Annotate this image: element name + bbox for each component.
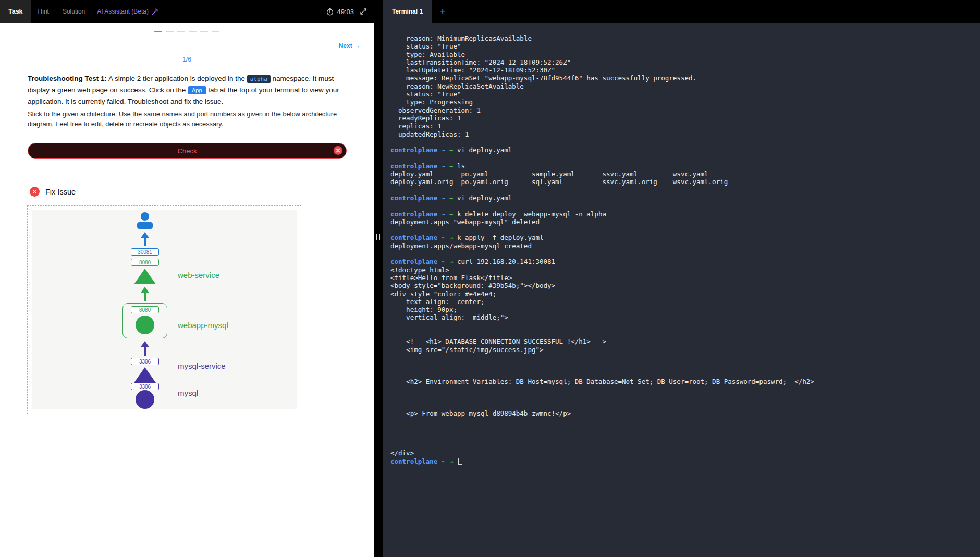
page-indicator: 1/6 [0, 56, 374, 63]
terminal-line: controlplane ~ → k delete deploy webapp-… [390, 210, 973, 218]
terminal-line: type: Progressing [390, 98, 973, 106]
webapp-pod-circle [136, 316, 154, 334]
webapp-port-label: 8080 [131, 306, 159, 313]
arrow-up-green [141, 287, 149, 301]
task-pane-header: Task Hint Solution AI Assistant (Beta) 4… [0, 0, 374, 23]
architecture-diagram: 30081 8080 web-service 8080 webapp-mysql… [32, 210, 297, 409]
mysql-pod-circle [136, 390, 154, 409]
web-service-port-label: 8080 [131, 259, 159, 266]
tab-solution[interactable]: Solution [56, 0, 92, 23]
terminal-line: deployment.apps/webapp-mysql created [390, 242, 973, 250]
terminal-output[interactable]: reason: MinimumReplicasAvailable status:… [383, 23, 980, 557]
terminal-line: updatedReplicas: 1 [390, 130, 973, 138]
terminal-line: vertical-align: middle;"> [390, 313, 973, 321]
session-timer: 49:03 [326, 8, 354, 16]
tab-task-label: Task [8, 8, 23, 15]
progress-dot [200, 31, 208, 32]
terminal-line: controlplane ~ → k apply -f deploy.yaml [390, 234, 973, 241]
next-button[interactable]: Next → [339, 42, 360, 50]
terminal-line: controlplane ~ → [390, 457, 973, 465]
progress-dot [189, 31, 197, 32]
terminal-line: text-align: center; [390, 298, 973, 306]
progress-dot [166, 31, 174, 32]
architecture-diagram-frame: 30081 8080 web-service 8080 webapp-mysql… [27, 205, 301, 414]
terminal-line [390, 426, 973, 433]
tab-terminal-1-label: Terminal 1 [392, 8, 423, 15]
tab-ai-assistant[interactable]: AI Assistant (Beta) [92, 0, 164, 23]
terminal-line: type: Available [390, 51, 973, 58]
terminal-line [390, 226, 973, 234]
terminal-line: <title>Hello from Flask</title> [390, 274, 973, 282]
terminal-line: readyReplicas: 1 [390, 114, 973, 122]
terminal-tab-bar: Terminal 1 + [383, 0, 980, 23]
expand-icon[interactable] [360, 8, 366, 15]
terminal-line: deployment.apps "webapp-mysql" deleted [390, 218, 973, 226]
web-service-label: web-service [178, 271, 219, 280]
task-content: Next → 1/6 Troubleshooting Test 1: A sim… [0, 23, 374, 557]
terminal-line: - lastTransitionTime: "2024-12-18T09:52:… [390, 58, 973, 66]
fix-issue-row: Fix Issue [30, 187, 374, 197]
user-icon [136, 212, 154, 229]
magic-wand-icon [152, 8, 158, 15]
terminal-line [390, 361, 973, 369]
terminal-line [390, 385, 973, 393]
alpha-namespace-chip: alpha [247, 75, 271, 83]
mysql-label: mysql [178, 389, 198, 397]
terminal-line: controlplane ~ → vi deploy.yaml [390, 194, 973, 202]
web-service-triangle [134, 269, 156, 284]
progress-dots [0, 31, 374, 32]
arrow-up-purple [141, 341, 149, 356]
webapp-label: webapp-mysql [178, 321, 228, 330]
tab-hint[interactable]: Hint [31, 0, 56, 23]
terminal-line [390, 354, 973, 361]
mysql-port-label: 3306 [131, 383, 159, 390]
terminal-line: <p> From webapp-mysql-d89894b4b-zwmnc!</… [390, 409, 973, 417]
terminal-line: <!-- <h1> DATABASE CONNECTION SUCCESSFUL… [390, 337, 973, 345]
terminal-line: controlplane ~ → curl 192.168.20.141:300… [390, 258, 973, 265]
terminal-line [390, 154, 973, 162]
terminal-line: controlplane ~ → vi deploy.yaml [390, 146, 973, 154]
terminal-pane: Terminal 1 + reason: MinimumReplicasAvai… [383, 0, 980, 557]
check-button-label: Check [178, 147, 197, 155]
stopwatch-icon [326, 8, 334, 16]
terminal-line: replicas: 1 [390, 122, 973, 130]
arrow-up-blue [141, 232, 149, 246]
tab-ai-label: AI Assistant (Beta) [97, 8, 149, 15]
terminal-line: controlplane ~ → ls [390, 162, 973, 170]
terminal-line: height: 90px; [390, 306, 973, 313]
terminal-line: deploy.yaml.orig po.yaml.orig sql.yaml s… [390, 178, 973, 186]
progress-dot [154, 31, 162, 32]
task-title: Troubleshooting Test 1: [28, 75, 107, 82]
timer-value: 49:03 [337, 8, 354, 16]
tab-terminal-1[interactable]: Terminal 1 [383, 0, 432, 23]
terminal-line [390, 322, 973, 330]
task-note: Stick to the given architecture. Use the… [28, 109, 347, 130]
check-failed-icon [334, 146, 342, 155]
terminal-line: <!doctype html> [390, 266, 973, 274]
task-description: Troubleshooting Test 1: A simple 2 tier … [28, 73, 347, 107]
terminal-line [390, 433, 973, 441]
check-button[interactable]: Check [28, 143, 347, 159]
terminal-line: deploy.yaml po.yaml sample.yaml ssvc.yam… [390, 170, 973, 178]
terminal-line [390, 186, 973, 194]
terminal-line [390, 202, 973, 210]
mysql-service-triangle [134, 367, 156, 383]
terminal-line: reason: MinimumReplicasAvailable [390, 34, 973, 42]
terminal-line: reason: NewReplicaSetAvailable [390, 82, 973, 90]
tab-solution-label: Solution [63, 8, 85, 15]
pane-resize-handle[interactable] [374, 0, 383, 557]
terminal-line [390, 250, 973, 258]
terminal-line: <h2> Environment Variables: DB_Host=mysq… [390, 378, 973, 385]
terminal-line: lastUpdateTime: "2024-12-18T09:52:30Z" [390, 66, 973, 74]
add-terminal-button[interactable]: + [432, 0, 454, 23]
terminal-line: </div> [390, 449, 973, 457]
progress-dot [177, 31, 185, 32]
tab-task[interactable]: Task [0, 0, 31, 23]
progress-dot [212, 31, 219, 32]
terminal-line [390, 393, 973, 401]
terminal-line: observedGeneration: 1 [390, 106, 973, 114]
terminal-line [390, 417, 973, 425]
app-tab-chip: App [188, 86, 206, 94]
terminal-line: <img src="/static/img/success.jpg"> [390, 346, 973, 354]
task-text-1: A simple 2 tier application is deployed … [107, 75, 247, 82]
